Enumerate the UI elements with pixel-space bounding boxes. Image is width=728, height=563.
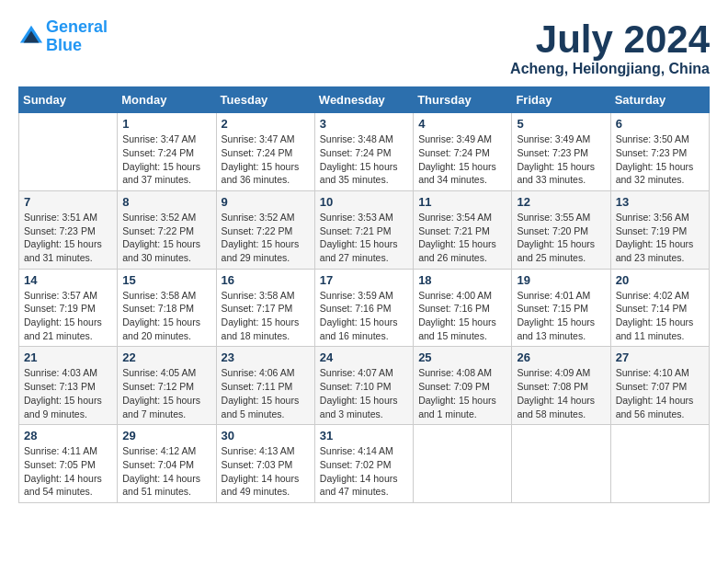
day-number: 6 <box>616 117 704 131</box>
day-number: 10 <box>320 195 408 209</box>
day-info: Sunrise: 3:52 AM Sunset: 7:22 PM Dayligh… <box>122 211 210 265</box>
calendar-cell: 23Sunrise: 4:06 AM Sunset: 7:11 PM Dayli… <box>216 347 314 425</box>
day-info: Sunrise: 4:09 AM Sunset: 7:08 PM Dayligh… <box>517 366 605 420</box>
location: Acheng, Heilongjiang, China <box>510 61 710 77</box>
day-info: Sunrise: 4:10 AM Sunset: 7:07 PM Dayligh… <box>616 366 704 420</box>
calendar-cell: 26Sunrise: 4:09 AM Sunset: 7:08 PM Dayli… <box>512 347 610 425</box>
calendar-cell: 6Sunrise: 3:50 AM Sunset: 7:23 PM Daylig… <box>610 113 709 191</box>
calendar-cell <box>512 425 610 503</box>
day-info: Sunrise: 3:49 AM Sunset: 7:24 PM Dayligh… <box>418 132 506 187</box>
weekday-header-sunday: Sunday <box>19 87 118 113</box>
weekday-header-tuesday: Tuesday <box>216 87 314 113</box>
day-number: 13 <box>616 195 704 209</box>
calendar-cell: 14Sunrise: 3:57 AM Sunset: 7:19 PM Dayli… <box>19 269 118 347</box>
day-number: 1 <box>122 117 210 131</box>
day-info: Sunrise: 4:13 AM Sunset: 7:03 PM Dayligh… <box>222 444 310 499</box>
day-info: Sunrise: 4:08 AM Sunset: 7:09 PM Dayligh… <box>418 366 506 420</box>
calendar-cell <box>414 425 512 503</box>
calendar-cell: 10Sunrise: 3:53 AM Sunset: 7:21 PM Dayli… <box>314 190 413 269</box>
day-number: 4 <box>418 117 506 131</box>
day-number: 23 <box>222 350 310 364</box>
calendar-cell <box>19 113 118 191</box>
calendar-cell: 28Sunrise: 4:11 AM Sunset: 7:05 PM Dayli… <box>19 425 118 503</box>
calendar-cell: 17Sunrise: 3:59 AM Sunset: 7:16 PM Dayli… <box>314 269 413 347</box>
calendar-cell: 8Sunrise: 3:52 AM Sunset: 7:22 PM Daylig… <box>118 190 216 269</box>
calendar-cell: 30Sunrise: 4:13 AM Sunset: 7:03 PM Dayli… <box>216 425 314 503</box>
day-number: 28 <box>24 429 112 442</box>
day-info: Sunrise: 4:00 AM Sunset: 7:16 PM Dayligh… <box>418 289 506 343</box>
day-number: 21 <box>24 350 112 364</box>
day-number: 15 <box>122 273 210 287</box>
day-info: Sunrise: 4:03 AM Sunset: 7:13 PM Dayligh… <box>24 366 112 420</box>
calendar-cell: 5Sunrise: 3:49 AM Sunset: 7:23 PM Daylig… <box>512 113 610 191</box>
title-block: July 2024 Acheng, Heilongjiang, China <box>510 18 710 77</box>
calendar-cell: 24Sunrise: 4:07 AM Sunset: 7:10 PM Dayli… <box>314 347 413 425</box>
calendar-cell: 2Sunrise: 3:47 AM Sunset: 7:24 PM Daylig… <box>216 113 314 191</box>
day-number: 5 <box>517 117 605 131</box>
day-number: 8 <box>122 195 210 209</box>
day-number: 17 <box>320 273 408 287</box>
day-number: 31 <box>320 429 408 442</box>
day-number: 3 <box>320 117 408 131</box>
day-number: 25 <box>418 350 506 364</box>
calendar-week-row: 1Sunrise: 3:47 AM Sunset: 7:24 PM Daylig… <box>19 113 710 191</box>
logo: General Blue <box>18 18 108 55</box>
day-info: Sunrise: 3:58 AM Sunset: 7:17 PM Dayligh… <box>222 289 310 343</box>
day-info: Sunrise: 4:11 AM Sunset: 7:05 PM Dayligh… <box>24 444 112 499</box>
calendar-cell: 9Sunrise: 3:52 AM Sunset: 7:22 PM Daylig… <box>216 190 314 269</box>
calendar-week-row: 21Sunrise: 4:03 AM Sunset: 7:13 PM Dayli… <box>19 347 710 425</box>
weekday-header-wednesday: Wednesday <box>314 87 413 113</box>
calendar-cell: 19Sunrise: 4:01 AM Sunset: 7:15 PM Dayli… <box>512 269 610 347</box>
calendar-cell: 25Sunrise: 4:08 AM Sunset: 7:09 PM Dayli… <box>414 347 512 425</box>
calendar-table: SundayMondayTuesdayWednesdayThursdayFrid… <box>18 86 710 503</box>
calendar-cell: 1Sunrise: 3:47 AM Sunset: 7:24 PM Daylig… <box>118 113 216 191</box>
calendar-header-row: SundayMondayTuesdayWednesdayThursdayFrid… <box>19 87 710 113</box>
calendar-cell: 21Sunrise: 4:03 AM Sunset: 7:13 PM Dayli… <box>19 347 118 425</box>
weekday-header-thursday: Thursday <box>414 87 512 113</box>
day-number: 9 <box>222 195 310 209</box>
day-info: Sunrise: 3:55 AM Sunset: 7:20 PM Dayligh… <box>517 211 605 265</box>
day-number: 18 <box>418 273 506 287</box>
day-info: Sunrise: 3:54 AM Sunset: 7:21 PM Dayligh… <box>418 211 506 265</box>
day-number: 26 <box>517 350 605 364</box>
day-number: 24 <box>320 350 408 364</box>
weekday-header-friday: Friday <box>512 87 610 113</box>
day-info: Sunrise: 4:07 AM Sunset: 7:10 PM Dayligh… <box>320 366 408 420</box>
day-info: Sunrise: 4:05 AM Sunset: 7:12 PM Dayligh… <box>122 366 210 420</box>
day-info: Sunrise: 3:52 AM Sunset: 7:22 PM Dayligh… <box>222 211 310 265</box>
page-header: General Blue July 2024 Acheng, Heilongji… <box>18 18 710 77</box>
day-number: 27 <box>616 350 704 364</box>
calendar-cell: 18Sunrise: 4:00 AM Sunset: 7:16 PM Dayli… <box>414 269 512 347</box>
calendar-cell: 4Sunrise: 3:49 AM Sunset: 7:24 PM Daylig… <box>414 113 512 191</box>
day-number: 12 <box>517 195 605 209</box>
weekday-header-monday: Monday <box>118 87 216 113</box>
day-info: Sunrise: 3:57 AM Sunset: 7:19 PM Dayligh… <box>24 289 112 343</box>
day-info: Sunrise: 3:56 AM Sunset: 7:19 PM Dayligh… <box>616 211 704 265</box>
day-info: Sunrise: 3:51 AM Sunset: 7:23 PM Dayligh… <box>24 211 112 265</box>
day-info: Sunrise: 4:14 AM Sunset: 7:02 PM Dayligh… <box>320 444 408 499</box>
day-info: Sunrise: 4:06 AM Sunset: 7:11 PM Dayligh… <box>222 366 310 420</box>
calendar-week-row: 14Sunrise: 3:57 AM Sunset: 7:19 PM Dayli… <box>19 269 710 347</box>
day-info: Sunrise: 4:01 AM Sunset: 7:15 PM Dayligh… <box>517 289 605 343</box>
calendar-cell: 27Sunrise: 4:10 AM Sunset: 7:07 PM Dayli… <box>610 347 709 425</box>
day-info: Sunrise: 3:53 AM Sunset: 7:21 PM Dayligh… <box>320 211 408 265</box>
day-info: Sunrise: 3:59 AM Sunset: 7:16 PM Dayligh… <box>320 289 408 343</box>
calendar-cell: 29Sunrise: 4:12 AM Sunset: 7:04 PM Dayli… <box>118 425 216 503</box>
day-info: Sunrise: 3:48 AM Sunset: 7:24 PM Dayligh… <box>320 132 408 187</box>
weekday-header-saturday: Saturday <box>610 87 709 113</box>
calendar-cell: 22Sunrise: 4:05 AM Sunset: 7:12 PM Dayli… <box>118 347 216 425</box>
day-info: Sunrise: 3:50 AM Sunset: 7:23 PM Dayligh… <box>616 132 704 187</box>
day-number: 16 <box>222 273 310 287</box>
day-info: Sunrise: 3:58 AM Sunset: 7:18 PM Dayligh… <box>122 289 210 343</box>
day-number: 2 <box>222 117 310 131</box>
calendar-week-row: 7Sunrise: 3:51 AM Sunset: 7:23 PM Daylig… <box>19 190 710 269</box>
calendar-cell: 11Sunrise: 3:54 AM Sunset: 7:21 PM Dayli… <box>414 190 512 269</box>
calendar-cell: 16Sunrise: 3:58 AM Sunset: 7:17 PM Dayli… <box>216 269 314 347</box>
day-number: 20 <box>616 273 704 287</box>
logo-text: General Blue <box>46 18 108 55</box>
day-info: Sunrise: 4:12 AM Sunset: 7:04 PM Dayligh… <box>122 444 210 499</box>
calendar-cell <box>610 425 709 503</box>
calendar-cell: 12Sunrise: 3:55 AM Sunset: 7:20 PM Dayli… <box>512 190 610 269</box>
calendar-week-row: 28Sunrise: 4:11 AM Sunset: 7:05 PM Dayli… <box>19 425 710 503</box>
calendar-cell: 31Sunrise: 4:14 AM Sunset: 7:02 PM Dayli… <box>314 425 413 503</box>
